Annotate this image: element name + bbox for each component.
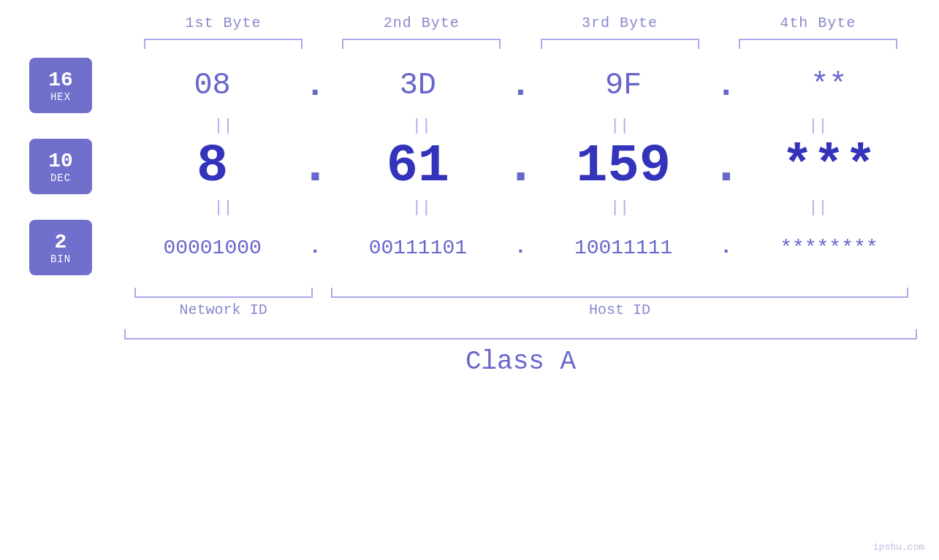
host-bracket-cell xyxy=(322,288,917,298)
class-bracket xyxy=(124,329,917,340)
eq1-byte1: || xyxy=(124,117,322,135)
id-labels-row: Network ID Host ID xyxy=(124,302,917,318)
bin-byte1-col: 00001000 xyxy=(124,237,300,259)
hex-badge-label: HEX xyxy=(50,91,71,103)
hex-values: 08 . 3D . 9F . ** xyxy=(124,68,917,103)
hex-badge: 16 HEX xyxy=(29,58,92,113)
eq1-byte4: || xyxy=(719,117,917,135)
dec-byte2: 61 xyxy=(330,137,506,196)
dec-badge-number: 10 xyxy=(48,150,73,172)
bin-dot1-col: . xyxy=(300,237,330,258)
dec-dot3: . xyxy=(709,140,743,193)
bin-dot3-col: . xyxy=(712,237,741,258)
hex-dot2: . xyxy=(509,68,533,103)
dec-dot1-col: . xyxy=(300,140,330,193)
byte2-header: 2nd Byte xyxy=(322,15,520,31)
network-id-label: Network ID xyxy=(124,302,322,318)
dec-dot1: . xyxy=(298,140,332,193)
top-bracket-2 xyxy=(322,39,520,49)
main-container: 1st Byte 2nd Byte 3rd Byte 4th Byte 16 H… xyxy=(0,0,939,560)
top-bracket-4 xyxy=(719,39,917,49)
dec-badge-label: DEC xyxy=(50,172,71,184)
dec-dot3-col: . xyxy=(712,140,741,193)
host-bracket xyxy=(331,288,908,298)
eq2-byte2: || xyxy=(322,199,520,217)
dec-byte3: 159 xyxy=(536,137,712,196)
equals-row-1: || || || || xyxy=(124,115,917,137)
network-bracket-cell xyxy=(124,288,322,298)
hex-byte4: ** xyxy=(741,68,917,103)
byte3-header: 3rd Byte xyxy=(521,15,719,31)
hex-dot1: . xyxy=(303,68,327,103)
hex-row: 16 HEX 08 . 3D . 9F xyxy=(22,56,917,115)
dec-badge-col: 10 DEC xyxy=(22,139,124,194)
bin-byte3: 10011111 xyxy=(536,237,712,259)
bin-byte2-col: 00111101 xyxy=(330,237,506,259)
bottom-brackets-row xyxy=(124,288,917,298)
hex-dot1-col: . xyxy=(300,68,330,103)
byte-headers-row: 1st Byte 2nd Byte 3rd Byte 4th Byte xyxy=(124,15,917,31)
bin-badge: 2 BIN xyxy=(29,220,92,275)
bin-badge-col: 2 BIN xyxy=(22,220,124,275)
hex-byte4-col: ** xyxy=(741,68,917,103)
hex-badge-col: 16 HEX xyxy=(22,58,124,113)
eq2-byte3: || xyxy=(521,199,719,217)
dec-byte3-col: 159 xyxy=(536,137,712,196)
dec-byte1-col: 8 xyxy=(124,137,300,196)
hex-byte3-col: 9F xyxy=(536,68,712,103)
hex-byte1-col: 08 xyxy=(124,68,300,103)
class-a-label: Class A xyxy=(124,347,917,377)
bin-byte1: 00001000 xyxy=(124,237,300,259)
bin-dot1: . xyxy=(308,237,323,258)
hex-byte2-col: 3D xyxy=(330,68,506,103)
bottom-section: Network ID Host ID xyxy=(22,284,917,318)
dec-row: 10 DEC 8 . 61 . 159 xyxy=(22,137,917,196)
eq1-byte2: || xyxy=(322,117,520,135)
bin-dot2-col: . xyxy=(506,237,536,258)
hex-dot3: . xyxy=(714,68,738,103)
bin-byte4-col: ******** xyxy=(741,237,917,259)
byte1-header: 1st Byte xyxy=(124,15,322,31)
bin-byte2: 00111101 xyxy=(330,237,506,259)
dec-dot2: . xyxy=(503,140,538,193)
top-bracket-3 xyxy=(521,39,719,49)
host-id-label: Host ID xyxy=(322,302,917,318)
dec-dot2-col: . xyxy=(506,140,536,193)
top-bracket-1 xyxy=(124,39,322,49)
data-rows: 16 HEX 08 . 3D . 9F xyxy=(22,56,917,277)
hex-byte2: 3D xyxy=(330,68,506,103)
bin-byte4: ******** xyxy=(741,237,917,259)
bin-badge-label: BIN xyxy=(50,253,71,265)
network-bracket xyxy=(134,288,313,298)
bin-dot3: . xyxy=(718,237,734,258)
eq1-byte3: || xyxy=(521,117,719,135)
bin-values: 00001000 . 00111101 . 10011111 . xyxy=(124,237,917,259)
bin-row: 2 BIN 00001000 . 00111101 . 10011111 xyxy=(22,218,917,277)
bin-dot2: . xyxy=(513,237,528,258)
dec-values: 8 . 61 . 159 . *** xyxy=(124,137,917,196)
hex-dot2-col: . xyxy=(506,68,536,103)
bin-byte3-col: 10011111 xyxy=(536,237,712,259)
eq2-byte4: || xyxy=(719,199,917,217)
watermark: ipshu.com xyxy=(873,542,924,553)
hex-byte3: 9F xyxy=(536,68,712,103)
equals-row-2: || || || || xyxy=(124,196,917,218)
hex-dot3-col: . xyxy=(712,68,741,103)
dec-byte4: *** xyxy=(741,137,917,196)
bin-badge-number: 2 xyxy=(55,231,67,253)
dec-badge: 10 DEC xyxy=(29,139,92,194)
dec-byte2-col: 61 xyxy=(330,137,506,196)
byte4-header: 4th Byte xyxy=(719,15,917,31)
class-section: Class A xyxy=(124,329,917,377)
eq2-byte1: || xyxy=(124,199,322,217)
top-brackets-row xyxy=(124,39,917,49)
hex-byte1: 08 xyxy=(124,68,300,103)
hex-badge-number: 16 xyxy=(48,69,73,91)
dec-byte1: 8 xyxy=(124,137,300,196)
dec-byte4-col: *** xyxy=(741,137,917,196)
